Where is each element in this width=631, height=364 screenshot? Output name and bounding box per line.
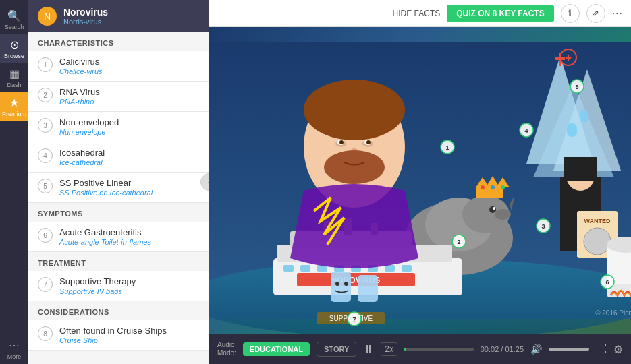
svg-text:4: 4: [524, 127, 528, 134]
sidebar-header: N Norovirus Norris-virus: [28, 0, 209, 32]
svg-point-42: [304, 80, 405, 140]
play-pause-button[interactable]: ⏸: [363, 343, 374, 355]
list-item[interactable]: 1 Calicivirus Chalice-virus: [28, 51, 209, 82]
nav-more[interactable]: ⋯ More: [0, 335, 28, 364]
top-bar: HIDE FACTS QUIZ ON 8 KEY FACTS ℹ ⇗ ···: [209, 0, 631, 27]
fullscreen-button[interactable]: ⛶: [596, 343, 607, 355]
time-display: 00:02 / 01:25: [481, 345, 524, 353]
nav-dash[interactable]: ▦ Dash: [0, 63, 28, 92]
virus-title: Norovirus: [63, 7, 108, 18]
volume-slider[interactable]: [549, 348, 589, 351]
svg-text:2: 2: [457, 239, 460, 245]
section-considerations: CONSIDERATIONS: [28, 301, 209, 320]
svg-rect-29: [300, 265, 310, 272]
settings-button[interactable]: ⚙: [613, 343, 623, 356]
svg-text:✚: ✚: [565, 53, 572, 63]
list-item[interactable]: 5 SS Positive Linear SS Positive on Ice-…: [28, 173, 209, 203]
svg-point-50: [324, 150, 385, 184]
svg-point-22: [481, 185, 485, 189]
svg-text:WANTED: WANTED: [584, 218, 611, 224]
svg-point-48: [366, 140, 371, 144]
share-button[interactable]: ⇗: [586, 4, 605, 23]
svg-point-62: [335, 282, 339, 286]
avatar: N: [38, 7, 57, 26]
svg-text:1: 1: [445, 144, 449, 151]
browse-icon: ⊙: [10, 38, 19, 51]
main-content: HIDE FACTS QUIZ ON 8 KEY FACTS ℹ ⇗ ···: [209, 0, 631, 364]
volume-button[interactable]: 🔊: [530, 344, 542, 355]
audio-mode-label: Audio Mode:: [217, 341, 236, 357]
svg-rect-18: [476, 187, 503, 198]
nav-search[interactable]: 🔍 Search: [0, 5, 28, 34]
list-item[interactable]: 7 Supportive Therapy Supportive IV bags: [28, 271, 209, 301]
progress-bar[interactable]: [404, 348, 474, 351]
svg-rect-53: [564, 157, 597, 181]
list-item[interactable]: 2 RNA Virus RNA-rhino: [28, 82, 209, 112]
image-area: ✚: [209, 27, 631, 334]
svg-text:© 2016 Picmonic: © 2016 Picmonic: [595, 309, 631, 317]
quiz-button[interactable]: QUIZ ON 8 KEY FACTS: [447, 5, 553, 22]
dash-icon: ▦: [9, 67, 20, 80]
svg-rect-6: [580, 110, 588, 122]
svg-point-63: [344, 282, 348, 286]
player-bar: Audio Mode: EDUCATIONAL STORY ⏸ 2x 00:02…: [209, 334, 631, 364]
progress-bar-fill: [404, 348, 406, 351]
svg-point-24: [501, 185, 505, 189]
scene-background: ✚: [209, 27, 631, 334]
share-icon: ⇗: [592, 8, 599, 18]
nav-premium[interactable]: ★ Premium: [0, 92, 28, 121]
svg-rect-34: [385, 265, 395, 272]
list-item[interactable]: 3 Non-enveloped Nun-envelope: [28, 112, 209, 142]
svg-rect-61: [358, 275, 378, 302]
svg-text:6: 6: [605, 279, 609, 286]
svg-rect-35: [402, 265, 412, 272]
more-icon: ⋯: [9, 339, 20, 352]
educational-mode-button[interactable]: EDUCATIONAL: [243, 342, 310, 356]
svg-text:3: 3: [541, 223, 545, 230]
speed-button[interactable]: 2x: [381, 342, 397, 356]
svg-point-46: [339, 140, 344, 144]
svg-point-14: [495, 209, 511, 220]
search-icon: 🔍: [7, 9, 21, 22]
svg-point-23: [491, 185, 495, 189]
svg-rect-28: [283, 265, 294, 272]
nav-browse[interactable]: ⊙ Browse: [0, 34, 28, 63]
story-mode-button[interactable]: STORY: [317, 342, 356, 357]
sidebar: N Norovirus Norris-virus CHARACTERISTICS…: [28, 0, 209, 364]
star-icon: ★: [9, 96, 19, 109]
svg-text:7: 7: [352, 316, 356, 323]
svg-point-17: [493, 207, 495, 210]
svg-point-16: [489, 206, 496, 213]
hide-facts-button[interactable]: HIDE FACTS: [393, 9, 441, 18]
section-treatment: TREATMENT: [28, 252, 209, 271]
info-button[interactable]: ℹ: [561, 4, 580, 23]
scene-svg: ✚: [209, 27, 631, 334]
list-item[interactable]: 6 Acute Gastroenteritis Acute-angle Toil…: [28, 222, 209, 252]
svg-point-56: [584, 228, 611, 255]
section-characteristics: CHARACTERISTICS: [28, 32, 209, 51]
svg-rect-60: [331, 272, 351, 302]
svg-text:5: 5: [575, 84, 578, 90]
virus-subtitle: Norris-virus: [63, 18, 108, 26]
more-options-button[interactable]: ···: [612, 7, 623, 20]
svg-rect-5: [567, 123, 577, 137]
section-symptoms: SYMPTOMS: [28, 203, 209, 222]
list-item[interactable]: 4 Icosahedral Ice-cathedral: [28, 142, 209, 173]
navigation-bar: 🔍 Search ⊙ Browse ▦ Dash ★ Premium ⋯ Mor…: [0, 0, 28, 364]
info-icon: ℹ: [568, 8, 572, 18]
list-item[interactable]: 8 Often found in Cruise Ships Cruise Shi…: [28, 320, 209, 351]
